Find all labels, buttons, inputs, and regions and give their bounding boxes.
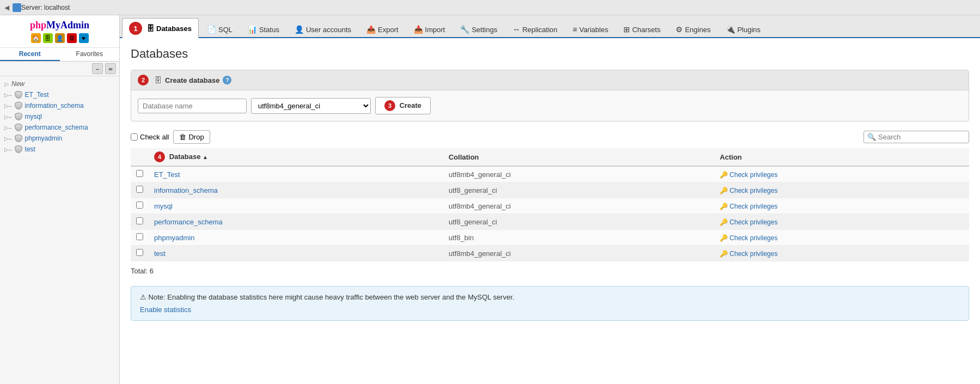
server-icon [13, 3, 21, 12]
sidebar-item-new[interactable]: ▷ New [0, 78, 119, 89]
th-action: Action [714, 148, 969, 166]
db-link-test[interactable]: test [25, 145, 35, 153]
row-checkbox[interactable] [136, 202, 143, 209]
check-all-checkbox[interactable] [131, 133, 138, 141]
badge-1: 1 [129, 22, 142, 35]
db-name-input[interactable] [138, 99, 247, 113]
tab-settings[interactable]: 🔧 Settings [453, 21, 504, 37]
tab-plugins[interactable]: 🔌 Plugins [719, 21, 768, 37]
check-priv-label: Check privileges [730, 250, 777, 258]
arrow-et-test: ▷– [4, 92, 12, 98]
db-link-et-test[interactable]: ET_Test [25, 91, 49, 99]
tab-databases[interactable]: 1 🗄 Databases [122, 18, 199, 38]
table-row: ET_Test utf8mb4_general_ci 🔑 Check privi… [131, 166, 969, 182]
db-name-link[interactable]: ET_Test [154, 170, 180, 179]
check-all-label[interactable]: Check all [131, 133, 169, 141]
check-priv-icon: 🔑 [720, 250, 728, 258]
icon-settings[interactable]: ⚙ [67, 33, 77, 43]
page-title: Databases [131, 47, 969, 61]
db-link-phpmyadmin[interactable]: phpmyadmin [25, 135, 63, 142]
row-checkbox[interactable] [136, 249, 143, 256]
db-name-link[interactable]: information_schema [154, 186, 218, 194]
db-name-link[interactable]: mysql [154, 202, 173, 210]
icon-db[interactable]: 🗄 [43, 33, 53, 43]
tab-variables[interactable]: ≡ Variables [566, 21, 615, 37]
row-checkbox[interactable] [136, 233, 143, 240]
db-icon-perf [15, 124, 22, 131]
search-input[interactable] [878, 133, 965, 141]
new-label: New [11, 80, 24, 88]
tab-charsets-label: Charsets [632, 26, 660, 34]
check-priv-label: Check privileges [730, 218, 777, 226]
enable-statistics-link[interactable]: Enable statistics [140, 306, 191, 314]
collation-select[interactable]: utf8mb4_general_ci utf8_general_ci utf8m… [251, 98, 371, 114]
tab-replication[interactable]: ↔ Replication [505, 21, 564, 37]
create-db-icon: 🗄 [154, 76, 162, 84]
check-privileges-btn[interactable]: 🔑 Check privileges [720, 171, 777, 179]
drop-icon: 🗑 [179, 133, 186, 141]
tab-engines-icon: ⚙ [676, 25, 683, 34]
tab-charsets[interactable]: ⊞ Charsets [616, 21, 667, 37]
create-db-help-icon[interactable]: ? [223, 76, 231, 84]
db-name-link[interactable]: test [154, 249, 166, 258]
tab-import[interactable]: 📥 Import [407, 21, 452, 37]
check-privileges-btn[interactable]: 🔑 Check privileges [720, 250, 777, 258]
sidebar-item-performance-schema[interactable]: ▷– performance_schema [0, 122, 119, 133]
check-privileges-btn[interactable]: 🔑 Check privileges [720, 218, 777, 226]
note-text: ⚠ Note: Enabling the database statistics… [140, 293, 960, 301]
sidebar-item-information-schema[interactable]: ▷– information_schema [0, 100, 119, 111]
row-checkbox[interactable] [136, 217, 143, 224]
db-link-information-schema[interactable]: information_schema [25, 102, 84, 109]
sidebar-tools: – ∞ [0, 62, 119, 76]
sidebar-item-mysql[interactable]: ▷– mysql [0, 111, 119, 122]
tab-status[interactable]: 📊 Status [241, 21, 286, 37]
db-icon-mysql [15, 113, 22, 120]
tab-user-icon: 👤 [295, 25, 304, 34]
collation-cell: utf8mb4_general_ci [443, 166, 714, 182]
create-db-panel: 2 🗄 Create database ? utf8mb4_general_ci… [131, 70, 969, 121]
db-icon-info [15, 102, 22, 109]
db-link-performance-schema[interactable]: performance_schema [25, 124, 88, 131]
table-row: test utf8mb4_general_ci 🔑 Check privileg… [131, 246, 969, 261]
db-name-link[interactable]: performance_schema [154, 218, 223, 226]
db-link-mysql[interactable]: mysql [25, 113, 42, 120]
create-db-header[interactable]: 2 🗄 Create database ? [131, 70, 969, 90]
collapse-btn[interactable]: – [92, 63, 103, 74]
arrow-mysql: ▷– [4, 114, 12, 120]
check-privileges-btn[interactable]: 🔑 Check privileges [720, 234, 777, 242]
search-icon: 🔍 [867, 133, 876, 141]
tab-user-label: User accounts [306, 26, 351, 34]
check-priv-icon: 🔑 [720, 203, 728, 210]
drop-button[interactable]: 🗑 Drop [173, 130, 210, 144]
icon-home[interactable]: 🏠 [31, 33, 41, 43]
sidebar-tab-favorites[interactable]: Favorites [60, 48, 120, 61]
sidebar-item-test[interactable]: ▷– test [0, 144, 119, 155]
db-name-link[interactable]: phpmyadmin [154, 234, 194, 242]
sidebar-item-phpmyadmin[interactable]: ▷– phpmyadmin [0, 133, 119, 144]
tab-sql[interactable]: 📄 SQL [200, 21, 240, 37]
tab-user-accounts[interactable]: 👤 User accounts [287, 21, 358, 37]
nav-tabs: 1 🗄 Databases 📄 SQL 📊 Status 👤 User acco… [120, 15, 980, 38]
arrow-new: ▷ [4, 81, 9, 87]
row-checkbox[interactable] [136, 170, 143, 177]
tab-status-icon: 📊 [248, 25, 257, 34]
check-privileges-btn[interactable]: 🔑 Check privileges [720, 203, 777, 210]
server-bar: ◀ Server: localhost [0, 0, 980, 15]
icon-heart[interactable]: ♥ [79, 33, 89, 43]
logo: phpMyAdmin [4, 20, 115, 31]
icon-user[interactable]: 👤 [55, 33, 65, 43]
sidebar-item-et-test[interactable]: ▷– ET_Test [0, 89, 119, 100]
back-arrow[interactable]: ◀ [4, 4, 9, 11]
expand-btn[interactable]: ∞ [105, 63, 116, 74]
create-db-button[interactable]: 3 Create [375, 97, 431, 114]
th-database[interactable]: 4 Database [149, 148, 443, 166]
row-checkbox[interactable] [136, 186, 143, 193]
tab-export[interactable]: 📤 Export [359, 21, 406, 37]
badge-4: 4 [154, 151, 165, 162]
arrow-perf: ▷– [4, 125, 12, 131]
sidebar-tab-recent[interactable]: Recent [0, 48, 60, 61]
tab-variables-label: Variables [579, 26, 608, 34]
db-table-left: Check all 🗑 Drop [131, 130, 210, 144]
tab-engines[interactable]: ⚙ Engines [669, 21, 718, 37]
check-privileges-btn[interactable]: 🔑 Check privileges [720, 187, 777, 194]
